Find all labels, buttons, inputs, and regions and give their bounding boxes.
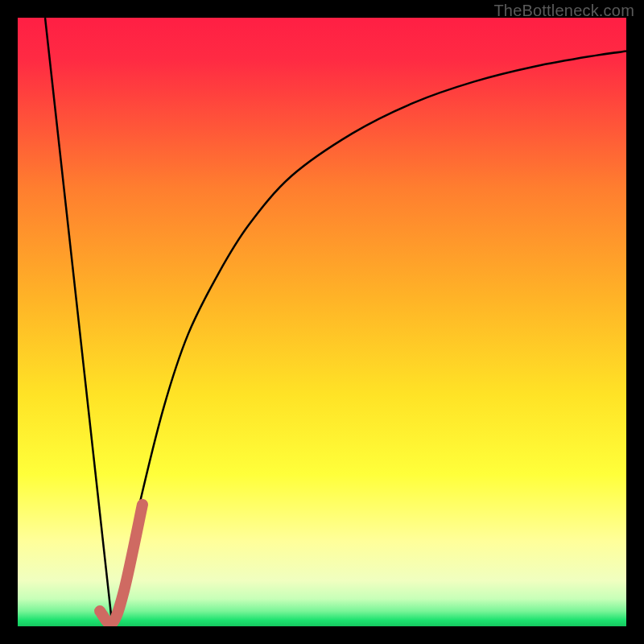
chart-frame: TheBottleneck.com	[0, 0, 644, 644]
plot-area	[18, 18, 626, 626]
chart-svg	[18, 18, 626, 626]
gradient-background	[18, 18, 626, 626]
